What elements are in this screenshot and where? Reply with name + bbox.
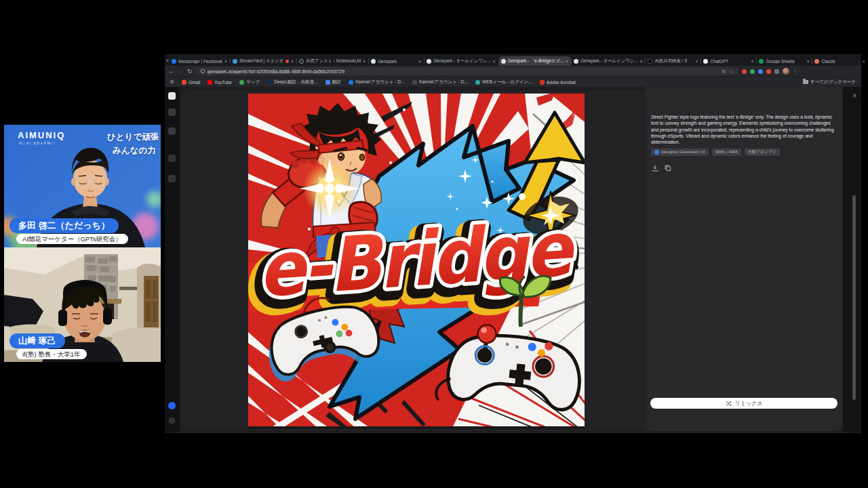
shuffle-icon xyxy=(726,401,732,407)
tab-genspark-2[interactable]: Genspark - オールインワン...× xyxy=(424,56,498,66)
all-bookmarks[interactable]: すべてのブックマーク xyxy=(803,79,856,85)
folder-icon xyxy=(803,80,808,84)
reload-button[interactable]: ↻ xyxy=(187,66,193,76)
page-content: e-Bridge e-Bridge e-Bridge xyxy=(165,87,861,432)
tab-genspark-active[interactable]: Genspark - 「e-Bridgeロゴ...× xyxy=(498,56,571,66)
sidebar-settings-icon[interactable] xyxy=(169,418,175,424)
acrobat-icon xyxy=(540,80,545,85)
sidebar-icon-history[interactable] xyxy=(168,155,176,162)
bookmark-translate[interactable]: 翻訳 xyxy=(326,79,341,85)
bookmark-acrobat[interactable]: Adobe Acrobat xyxy=(540,80,576,85)
notebooklm-icon xyxy=(299,59,304,64)
generated-image[interactable]: e-Bridge e-Bridge e-Bridge xyxy=(248,94,585,429)
apps-grid-icon[interactable]: ⊞ xyxy=(170,77,174,87)
image-bottom-edge xyxy=(248,426,585,429)
sidebar-icon-new[interactable] xyxy=(168,108,176,116)
tab-claude[interactable]: Claude× xyxy=(812,56,867,66)
tab-streamyard[interactable]: StreamYard | スタジオ× xyxy=(230,56,296,66)
panel-close-icon[interactable]: × xyxy=(852,93,856,100)
tab-messenger[interactable]: Messenger | Facebook× xyxy=(169,56,230,66)
sidebar-icon-grid[interactable] xyxy=(168,127,176,135)
site-info-icon[interactable] xyxy=(201,69,205,73)
tab-notebooklm[interactable]: 共有アシスト - NotebookLM× xyxy=(296,56,368,66)
tab-x[interactable]: 画面共有検索 / X× xyxy=(645,56,701,66)
image-badges: Ideogram Generation v4 4096 x 4096 自動プロン… xyxy=(651,148,842,156)
extension-icon-3[interactable] xyxy=(758,69,763,74)
bookmark-xserver-2[interactable]: Xserverアカウント - D... xyxy=(412,79,469,85)
speaker-role-2: if(塾) 塾長・大学1年 xyxy=(16,349,87,359)
back-button[interactable]: ← xyxy=(168,66,174,76)
aimuniq-tagline: AIと共に世界を平和に! xyxy=(19,142,56,145)
remix-button[interactable]: リミックス xyxy=(650,398,837,409)
webmail-icon xyxy=(475,80,480,85)
image-actions xyxy=(652,165,842,171)
browser-menu-icon[interactable]: ⋮ xyxy=(793,68,798,75)
messenger-icon xyxy=(172,59,176,64)
xserver-icon xyxy=(412,80,417,85)
genspark-icon xyxy=(371,59,376,64)
webcam-tile-1: AIMUNIQ AIと共に世界を平和に! ひとりで頑張 みんなの力 多田 啓二（… xyxy=(4,125,161,247)
aimuniq-logo: AIMUNIQ xyxy=(18,130,65,140)
extensions-puzzle-icon[interactable] xyxy=(774,69,779,74)
translate-icon xyxy=(326,80,330,85)
extension-icon-2[interactable] xyxy=(750,69,755,74)
translate-icon[interactable]: ↻ xyxy=(722,68,726,75)
size-badge: 4096 x 4096 xyxy=(712,148,741,156)
bookmark-webmail[interactable]: WEBメール - ログイン... xyxy=(475,79,532,85)
bookmark-youtube[interactable]: YouTube xyxy=(208,80,232,85)
profile-avatar[interactable] xyxy=(783,68,789,75)
tab-strip: ˅ Messenger | Facebook× StreamYard | スタジ… xyxy=(165,54,861,66)
tab-genspark-3[interactable]: Genspark - オールインワン...× xyxy=(571,56,645,66)
claude-icon xyxy=(814,59,819,64)
genspark-icon xyxy=(574,59,578,64)
bookmark-deepl[interactable]: DeepL翻訳：高精度... xyxy=(267,79,318,85)
model-icon xyxy=(654,150,659,155)
tab-chatgpt[interactable]: ChatGPT× xyxy=(701,56,756,66)
bookmark-maps[interactable]: マップ xyxy=(239,79,260,85)
url-text: genspark.ai/agents?id=42050d8a-8d88-486f… xyxy=(208,69,719,74)
speaker-role-1: AI開花マーケター（GPTs研究会） xyxy=(16,234,128,244)
extension-icon-1[interactable] xyxy=(742,69,747,74)
page-scrollbar[interactable] xyxy=(852,195,856,400)
image-description: Street Fighter style logo featuring the … xyxy=(651,114,835,145)
speaker-name-1: 多田 啓二（ただっち） xyxy=(9,218,119,233)
genspark-sidebar xyxy=(165,87,180,432)
model-badge: Ideogram Generation v4 xyxy=(651,148,709,156)
bookmark-star-icon[interactable]: ☆ xyxy=(729,68,734,75)
panel-gutter: × xyxy=(843,87,861,432)
cam1-overlay-text: ひとりで頑張 みんなの力 xyxy=(107,130,161,157)
tab-genspark-1[interactable]: Genspark× xyxy=(368,56,424,66)
download-icon[interactable] xyxy=(652,165,658,171)
image-detail-panel: Street Fighter style logo featuring the … xyxy=(646,87,842,431)
prompt-badge: 自動プロンプト xyxy=(745,148,781,156)
genspark-logo-icon[interactable] xyxy=(168,92,176,100)
bookmark-xserver-1[interactable]: Xserverアカウント - D... xyxy=(349,79,405,85)
gmail-icon xyxy=(182,80,186,85)
deepl-icon xyxy=(267,80,272,85)
bookmarks-bar: ⊞ Gmail YouTube マップ DeepL翻訳：高精度... 翻訳 Xs… xyxy=(165,77,861,87)
genspark-icon xyxy=(427,59,431,64)
x-icon xyxy=(648,59,652,64)
bookmark-gmail[interactable]: Gmail xyxy=(182,80,200,85)
address-bar[interactable]: genspark.ai/agents?id=42050d8a-8d88-486f… xyxy=(196,67,738,75)
sidebar-icon-folder[interactable] xyxy=(168,175,176,182)
google-sheets-icon xyxy=(759,59,764,64)
webcam-tile-2: 山﨑 琢己 if(塾) 塾長・大学1年 xyxy=(4,247,161,362)
copy-icon[interactable] xyxy=(665,165,671,171)
chatgpt-icon xyxy=(703,59,708,64)
browser-window: ˅ Messenger | Facebook× StreamYard | スタジ… xyxy=(165,54,861,433)
genspark-icon xyxy=(501,59,506,64)
browser-toolbar: ← → ↻ genspark.ai/agents?id=42050d8a-8d8… xyxy=(165,66,861,77)
tab-sheets[interactable]: Google Sheets× xyxy=(756,56,812,66)
streamyard-icon xyxy=(233,59,237,64)
forward-button[interactable]: → xyxy=(178,66,184,76)
extension-icon-4[interactable] xyxy=(766,69,771,74)
sidebar-profile-icon[interactable] xyxy=(168,402,176,409)
youtube-icon xyxy=(208,80,212,85)
xserver-icon xyxy=(349,80,353,85)
recording-indicator xyxy=(285,60,289,63)
speaker-name-2: 山﨑 琢己 xyxy=(9,333,65,348)
maps-icon xyxy=(239,80,244,85)
stream-stage: AIMUNIQ AIと共に世界を平和に! ひとりで頑張 みんなの力 多田 啓二（… xyxy=(0,0,868,488)
